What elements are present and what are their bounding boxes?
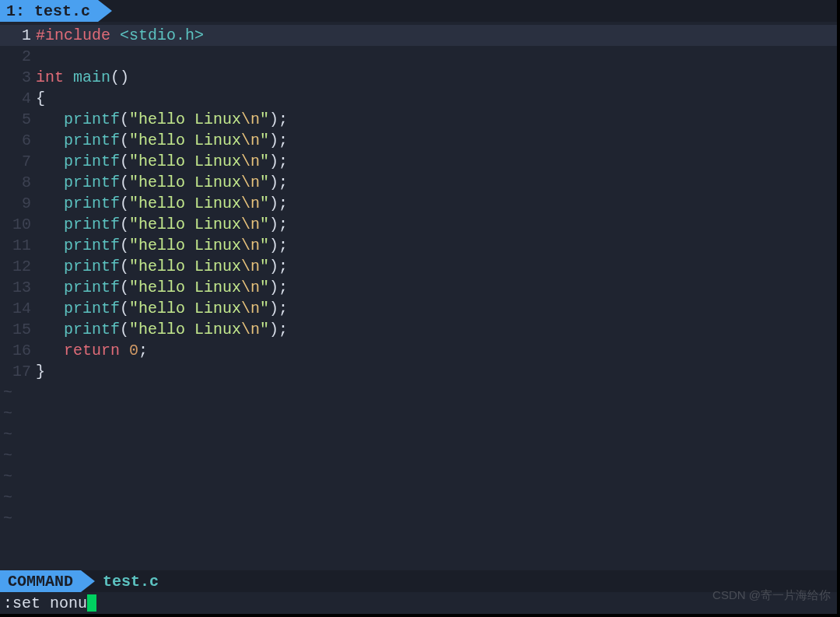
code-content: printf("hello Linux\n"); <box>36 193 288 214</box>
command-line[interactable]: :set nonu <box>0 592 837 614</box>
code-line[interactable]: 3int main() <box>0 67 837 88</box>
code-line[interactable]: 12 printf("hello Linux\n"); <box>0 256 837 277</box>
code-line[interactable]: 16 return 0; <box>0 340 837 361</box>
code-line[interactable]: 9 printf("hello Linux\n"); <box>0 193 837 214</box>
empty-lines: ~~~~~~~ <box>0 382 837 529</box>
line-number: 5 <box>0 109 36 130</box>
tab-bar: 1: test.c <box>0 0 837 22</box>
code-content: printf("hello Linux\n"); <box>36 130 288 151</box>
line-number: 9 <box>0 193 36 214</box>
code-content: printf("hello Linux\n"); <box>36 256 288 277</box>
code-content: printf("hello Linux\n"); <box>36 319 288 340</box>
line-number: 7 <box>0 151 36 172</box>
line-number: 14 <box>0 298 36 319</box>
code-line[interactable]: 7 printf("hello Linux\n"); <box>0 151 837 172</box>
code-line[interactable]: 4{ <box>0 88 837 109</box>
code-content: { <box>36 88 45 109</box>
code-line[interactable]: 13 printf("hello Linux\n"); <box>0 277 837 298</box>
code-line[interactable]: 17} <box>0 361 837 382</box>
code-area[interactable]: 1#include <stdio.h>23int main()4{5 print… <box>0 22 837 570</box>
line-number: 4 <box>0 88 36 109</box>
code-content: } <box>36 361 45 382</box>
tab-file[interactable]: 1: test.c <box>0 0 98 22</box>
code-line[interactable]: 1#include <stdio.h> <box>0 25 837 46</box>
line-number: 6 <box>0 130 36 151</box>
status-filename: test.c <box>103 570 159 592</box>
code-line[interactable]: 2 <box>0 46 837 67</box>
line-number: 10 <box>0 214 36 235</box>
code-content: printf("hello Linux\n"); <box>36 172 288 193</box>
code-line[interactable]: 15 printf("hello Linux\n"); <box>0 319 837 340</box>
line-number: 11 <box>0 235 36 256</box>
code-line[interactable]: 8 printf("hello Linux\n"); <box>0 172 837 193</box>
code-content: printf("hello Linux\n"); <box>36 277 288 298</box>
line-number: 3 <box>0 67 36 88</box>
line-number: 1 <box>0 25 36 46</box>
code-content: #include <stdio.h> <box>36 25 204 46</box>
code-content: int main() <box>36 67 129 88</box>
code-line[interactable]: 11 printf("hello Linux\n"); <box>0 235 837 256</box>
status-bar: COMMAND test.c <box>0 570 837 592</box>
cursor <box>87 594 96 612</box>
code-line[interactable]: 6 printf("hello Linux\n"); <box>0 130 837 151</box>
line-number: 15 <box>0 319 36 340</box>
code-content: return 0; <box>36 340 148 361</box>
code-content: printf("hello Linux\n"); <box>36 214 288 235</box>
command-text: :set nonu <box>3 593 87 614</box>
code-content: printf("hello Linux\n"); <box>36 151 288 172</box>
line-number: 12 <box>0 256 36 277</box>
line-number: 16 <box>0 340 36 361</box>
code-content: printf("hello Linux\n"); <box>36 109 288 130</box>
code-line[interactable]: 10 printf("hello Linux\n"); <box>0 214 837 235</box>
line-number: 8 <box>0 172 36 193</box>
code-line[interactable]: 14 printf("hello Linux\n"); <box>0 298 837 319</box>
line-number: 17 <box>0 361 36 382</box>
code-content: printf("hello Linux\n"); <box>36 235 288 256</box>
vim-editor[interactable]: 1: test.c 1#include <stdio.h>23int main(… <box>0 0 837 614</box>
line-number: 13 <box>0 277 36 298</box>
code-line[interactable]: 5 printf("hello Linux\n"); <box>0 109 837 130</box>
mode-badge: COMMAND <box>0 570 81 592</box>
code-content: printf("hello Linux\n"); <box>36 298 288 319</box>
line-number: 2 <box>0 46 36 67</box>
watermark: CSDN @寄一片海给你 <box>712 587 831 603</box>
